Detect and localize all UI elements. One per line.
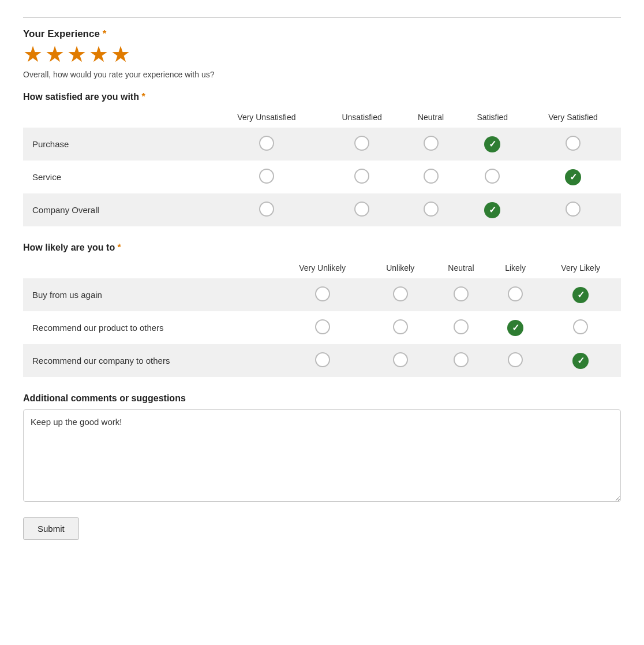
radio-unselected[interactable] <box>315 319 330 334</box>
radio-cell[interactable] <box>525 161 621 193</box>
radio-unselected[interactable] <box>566 136 581 151</box>
radio-cell[interactable] <box>432 311 491 344</box>
experience-title: Your Experience * <box>23 28 621 40</box>
radio-cell[interactable] <box>459 161 525 193</box>
radio-unselected[interactable] <box>393 352 408 367</box>
likely-required: * <box>118 243 121 252</box>
radio-selected[interactable] <box>565 169 581 185</box>
star-1[interactable]: ★ <box>23 43 43 65</box>
star-4[interactable]: ★ <box>89 43 108 65</box>
radio-cell[interactable] <box>525 128 621 161</box>
submit-button[interactable]: Submit <box>23 517 79 540</box>
satisfied-section: How satisfied are you with * Very Unsati… <box>23 92 621 226</box>
col-very-likely: Very Likely <box>540 260 621 278</box>
radio-unselected[interactable] <box>315 286 330 301</box>
likely-header-row: Very Unlikely Unlikely Neutral Likely Ve… <box>23 260 621 278</box>
radio-cell[interactable] <box>459 128 525 161</box>
col-unsatisfied: Unsatisfied <box>322 109 402 128</box>
likely-label-col-header <box>23 260 276 278</box>
radio-cell[interactable] <box>211 161 321 193</box>
table-row: Recommend our product to others <box>23 311 621 344</box>
satisfied-label-col-header <box>23 109 211 128</box>
satisfied-title-text: How satisfied are you with <box>23 92 139 102</box>
radio-cell[interactable] <box>432 344 491 377</box>
radio-selected[interactable] <box>507 320 523 336</box>
comments-label: Additional comments or suggestions <box>23 393 621 404</box>
col-unlikely: Unlikely <box>369 260 431 278</box>
radio-cell[interactable] <box>402 193 460 226</box>
radio-cell[interactable] <box>211 128 321 161</box>
radio-unselected[interactable] <box>485 169 500 184</box>
star-3[interactable]: ★ <box>67 43 87 65</box>
experience-required: * <box>103 28 107 39</box>
col-very-unlikely: Very Unlikely <box>276 260 369 278</box>
radio-cell[interactable] <box>540 311 621 344</box>
radio-unselected[interactable] <box>454 319 469 334</box>
radio-cell[interactable] <box>525 193 621 226</box>
col-neutral: Neutral <box>402 109 460 128</box>
top-line <box>23 17 621 18</box>
col-satisfied: Satisfied <box>459 109 525 128</box>
radio-unselected[interactable] <box>393 286 408 301</box>
radio-cell[interactable] <box>211 193 321 226</box>
radio-cell[interactable] <box>491 344 540 377</box>
table-row: Purchase <box>23 128 621 161</box>
radio-cell[interactable] <box>432 278 491 311</box>
radio-cell[interactable] <box>276 311 369 344</box>
radio-unselected[interactable] <box>508 286 523 301</box>
experience-subtitle: Overall, how would you rate your experie… <box>23 70 621 79</box>
radio-unselected[interactable] <box>393 319 408 334</box>
comments-textarea[interactable] <box>23 409 621 502</box>
star-rating[interactable]: ★ ★ ★ ★ ★ <box>23 43 621 65</box>
star-5[interactable]: ★ <box>111 43 130 65</box>
likely-title-text: How likely are you to <box>23 243 115 252</box>
radio-unselected[interactable] <box>454 352 469 367</box>
radio-cell[interactable] <box>369 344 431 377</box>
radio-cell[interactable] <box>276 344 369 377</box>
radio-cell[interactable] <box>322 193 402 226</box>
radio-cell[interactable] <box>369 278 431 311</box>
radio-unselected[interactable] <box>259 169 274 184</box>
star-2[interactable]: ★ <box>45 43 65 65</box>
radio-selected[interactable] <box>484 202 500 218</box>
radio-cell[interactable] <box>276 278 369 311</box>
radio-unselected[interactable] <box>573 319 588 334</box>
radio-selected[interactable] <box>572 287 589 303</box>
radio-cell[interactable] <box>540 344 621 377</box>
radio-unselected[interactable] <box>508 352 523 367</box>
radio-cell[interactable] <box>369 311 431 344</box>
radio-unselected[interactable] <box>354 136 369 151</box>
radio-cell[interactable] <box>322 161 402 193</box>
radio-cell[interactable] <box>540 278 621 311</box>
radio-cell[interactable] <box>322 128 402 161</box>
comments-section: Additional comments or suggestions <box>23 393 621 504</box>
satisfied-required: * <box>141 92 145 102</box>
radio-unselected[interactable] <box>424 169 439 184</box>
row-label: Recommend our product to others <box>23 311 276 344</box>
row-label: Buy from us again <box>23 278 276 311</box>
radio-unselected[interactable] <box>354 202 369 217</box>
likely-title: How likely are you to * <box>23 243 621 253</box>
row-label: Purchase <box>23 128 211 161</box>
radio-unselected[interactable] <box>424 202 439 217</box>
table-row: Buy from us again <box>23 278 621 311</box>
radio-cell[interactable] <box>491 278 540 311</box>
radio-unselected[interactable] <box>566 202 581 217</box>
radio-cell[interactable] <box>402 161 460 193</box>
radio-selected[interactable] <box>484 136 500 152</box>
radio-unselected[interactable] <box>259 202 274 217</box>
radio-unselected[interactable] <box>424 136 439 151</box>
radio-cell[interactable] <box>491 311 540 344</box>
radio-selected[interactable] <box>572 353 589 369</box>
table-row: Recommend our company to others <box>23 344 621 377</box>
radio-unselected[interactable] <box>354 169 369 184</box>
radio-cell[interactable] <box>402 128 460 161</box>
experience-title-text: Your Experience <box>23 28 100 39</box>
table-row: Company Overall <box>23 193 621 226</box>
radio-unselected[interactable] <box>454 286 469 301</box>
radio-unselected[interactable] <box>259 136 274 151</box>
radio-unselected[interactable] <box>315 352 330 367</box>
likely-table: Very Unlikely Unlikely Neutral Likely Ve… <box>23 260 621 377</box>
radio-cell[interactable] <box>459 193 525 226</box>
col-likely: Likely <box>491 260 540 278</box>
